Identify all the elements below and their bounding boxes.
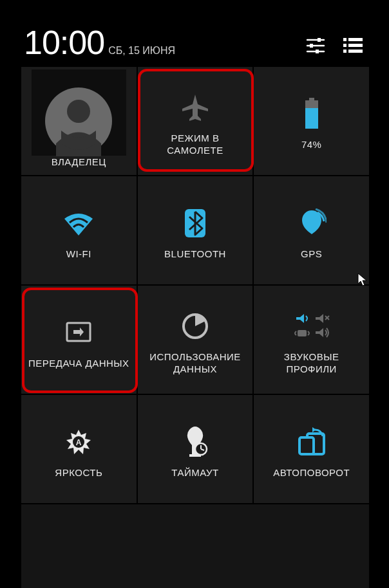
svg-rect-3 [318,38,321,42]
svg-rect-4 [310,44,313,48]
tile-wifi[interactable]: WI-FI [21,176,137,284]
sound-profiles-icon [292,304,331,349]
tile-label: АВТОПОВОРОТ [273,467,350,479]
panel-bottom-area [21,504,369,588]
tile-sound-profiles[interactable]: ЗВУКОВЫЕ ПРОФИЛИ [254,286,369,394]
svg-rect-5 [316,50,319,53]
tile-data-transfer[interactable]: ПЕРЕДАЧА ДАННЫХ [21,286,137,394]
tile-label: WI-FI [66,248,91,261]
svg-rect-8 [343,44,346,47]
data-transfer-icon [62,310,95,355]
svg-rect-10 [343,50,346,53]
svg-rect-16 [305,108,318,129]
svg-point-13 [67,100,90,123]
tile-battery[interactable]: 74% [254,67,369,175]
wifi-icon [62,201,95,246]
clock-date: СБ, 15 ИЮНЯ [108,45,175,57]
tile-label: ИСПОЛЬЗОВАНИЕ ДАННЫХ [142,351,249,376]
status-bar: 10:00 СБ, 15 ИЮНЯ [21,0,369,67]
gps-icon [297,201,327,246]
tile-label: BLUETOOTH [164,248,226,261]
tile-data-usage[interactable]: ИСПОЛЬЗОВАНИЕ ДАННЫХ [138,286,253,394]
tile-label: ЗВУКОВЫЕ ПРОФИЛИ [258,351,365,376]
bluetooth-icon [183,201,207,246]
timeout-icon [180,419,210,464]
quick-settings-panel: 10:00 СБ, 15 ИЮНЯ [21,0,369,588]
svg-rect-14 [309,98,314,100]
settings-sliders-icon[interactable] [299,30,332,62]
tile-autorotate[interactable]: АВТОПОВОРОТ [254,395,369,503]
tile-bluetooth[interactable]: BLUETOOTH [138,176,253,284]
tile-label: РЕЖИМ В САМОЛЕТЕ [142,133,249,157]
battery-icon [303,91,321,136]
tile-label: ЯРКОСТЬ [55,467,102,479]
data-usage-icon [181,304,209,349]
list-view-icon[interactable] [337,30,369,62]
tile-label: ВЛАДЕЛЕЦ [21,156,137,169]
svg-rect-22 [298,330,307,336]
svg-rect-7 [348,38,363,41]
clock-time: 10:00 [21,23,104,62]
brightness-icon: A [64,419,93,464]
airplane-icon [180,85,210,130]
tile-label: 74% [301,139,322,151]
tile-owner[interactable]: ВЛАДЕЛЕЦ [21,67,137,175]
tile-label: ПЕРЕДАЧА ДАННЫХ [28,358,129,370]
svg-rect-11 [348,50,363,53]
tile-brightness[interactable]: A ЯРКОСТЬ [21,395,137,503]
svg-marker-32 [312,427,316,432]
autorotate-icon [296,419,328,464]
tile-timeout[interactable]: ТАЙМАУТ [138,395,253,503]
tile-gps[interactable]: GPS [254,176,369,284]
settings-grid: ВЛАДЕЛЕЦ РЕЖИМ В САМОЛЕТЕ 74% [21,67,369,503]
svg-rect-6 [343,38,346,41]
svg-text:A: A [76,438,82,447]
svg-rect-31 [299,437,314,454]
avatar-icon [43,98,114,143]
tile-label: GPS [301,248,322,261]
tile-airplane-mode[interactable]: РЕЖИМ В САМОЛЕТЕ [138,67,253,175]
tile-label: ТАЙМАУТ [171,467,218,479]
svg-rect-9 [348,44,363,47]
